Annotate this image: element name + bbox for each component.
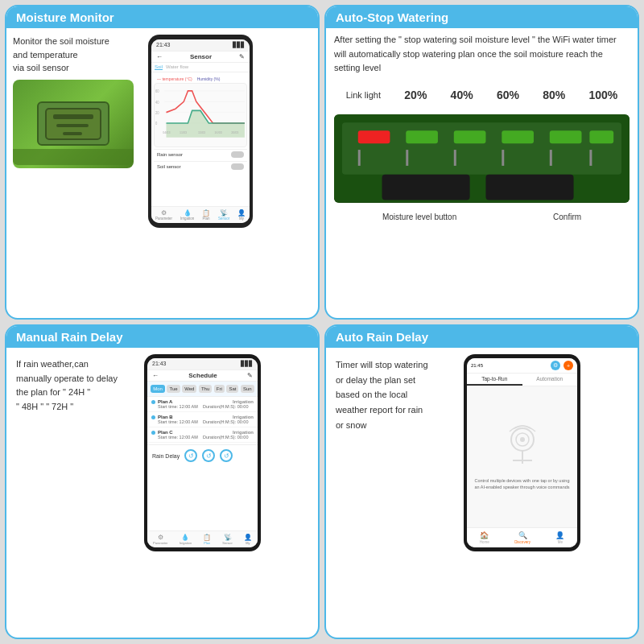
svg-rect-28 — [550, 150, 552, 166]
svg-rect-18 — [454, 130, 486, 143]
auto-stop-desc: After setting the " stop watering soil m… — [334, 33, 630, 76]
manual-left-panel: If rain weather,can manually operate to … — [13, 354, 138, 631]
day-sun[interactable]: Sun — [241, 385, 254, 393]
nav-plan[interactable]: 📋 Plan — [202, 209, 210, 221]
nav-parameter[interactable]: ⚙ Parameter — [155, 209, 172, 221]
sensor-image — [13, 80, 134, 168]
svg-text:20/03: 20/03 — [231, 131, 238, 134]
delay-48h-icon[interactable]: ↺ — [202, 449, 215, 462]
nav-sensor[interactable]: 📡 Sensor — [218, 209, 229, 221]
phone-nav-row: ← Sensor ✎ — [151, 52, 250, 63]
plan-a: Plan A Irrigation Start time: 12:00 AM D… — [147, 397, 258, 412]
schedule-phone-mockup: 21:43 ▊▊▊ ← Schedule ✎ Mon Tue Wed Thu F… — [144, 354, 261, 551]
rain-delay-row: Rain Delay ↺ ↺ ↺ — [147, 444, 258, 466]
sensor-phone-screen: 21:43 ▊▊▊ ← Sensor ✎ Soil Water flow — [151, 39, 250, 223]
day-fri[interactable]: Fri — [214, 385, 225, 393]
tab-tap-to-run[interactable]: Tap-to-Run — [467, 374, 522, 386]
moisture-monitor-body: Monitor the soil moisture and temperatur… — [6, 28, 318, 318]
delay-24h-icon[interactable]: ↺ — [184, 449, 197, 462]
auto-caption: Control multiple devices with one tap or… — [473, 478, 571, 490]
schedule-navbar: ⚙ Parameter 💧 Irrigation 📋 Plan 📡 — [147, 530, 258, 547]
auto-stop-header: Auto-Stop Watering — [326, 6, 638, 28]
soil-sensor-row: Soil sensor — [154, 161, 247, 171]
auto-rain-left-panel: Timer will stop watering or delay the pl… — [332, 354, 457, 436]
schedule-topbar: 21:43 ▊▊▊ — [147, 358, 258, 370]
nav-irrigation[interactable]: 💧 Irrigation — [180, 209, 195, 221]
moisture-desc: Monitor the soil moisture and temperatur… — [13, 35, 142, 75]
tab-automation[interactable]: Automation — [522, 374, 578, 386]
schedule-nav-my[interactable]: 👤 My — [244, 534, 252, 545]
auto-rain-body: Timer will stop watering or delay the pl… — [326, 348, 638, 638]
svg-rect-17 — [406, 130, 438, 143]
chart-area: 60 40 20 0 — [154, 83, 247, 147]
svg-text:11/03: 11/03 — [180, 131, 187, 134]
schedule-nav-parameter[interactable]: ⚙ Parameter — [153, 534, 168, 545]
svg-rect-16 — [358, 130, 390, 143]
svg-text:04/03: 04/03 — [163, 131, 170, 134]
me-label: Me — [558, 540, 563, 544]
sensor-tabs: Soil Water flow — [151, 63, 250, 72]
home-icon: 🏠 — [480, 531, 489, 539]
svg-rect-15 — [342, 122, 621, 174]
moisture-level-button-label: Moisture level button — [382, 213, 456, 221]
manual-rain-title: Manual Rain Delay — [16, 330, 123, 344]
auto-content-area: Control multiple devices with one tap or… — [467, 386, 577, 527]
svg-text:16/03: 16/03 — [215, 131, 222, 134]
phone-chart-area: — temperature (°C) Humidity (%) 60 40 20… — [151, 72, 250, 206]
home-label: Home — [480, 540, 489, 544]
svg-text:20: 20 — [155, 111, 159, 115]
auto-rain-title: Auto Rain Delay — [336, 330, 428, 344]
phone-navbar: ⚙ Parameter 💧 Irrigation 📋 Plan 📡 — [151, 206, 250, 223]
discovery-icon: 🔍 — [518, 531, 527, 539]
svg-text:40: 40 — [155, 100, 159, 104]
svg-rect-26 — [454, 150, 456, 166]
schedule-nav-sensor[interactable]: 📡 Sensor — [222, 534, 233, 545]
auto-topbar: 21:45 ⚙ + — [467, 358, 577, 374]
add-icon[interactable]: + — [564, 361, 573, 370]
auto-nav-me[interactable]: 👤 Me — [555, 531, 564, 544]
empty-state-illustration — [498, 423, 547, 472]
day-tue[interactable]: Tue — [167, 385, 180, 393]
auto-navbar: 🏠 Home 🔍 Discovery 👤 Me — [467, 527, 577, 547]
day-sat[interactable]: Sat — [226, 385, 238, 393]
days-row: Mon Tue Wed Thu Fri Sat Sun — [147, 382, 258, 397]
rain-delay-label: Rain Delay — [152, 453, 180, 459]
svg-rect-20 — [550, 130, 582, 143]
day-mon[interactable]: Mon — [151, 385, 165, 393]
auto-stop-body: After setting the " stop watering soil m… — [326, 28, 638, 318]
svg-point-32 — [520, 437, 525, 442]
plan-c: Plan C Irrigation Start time: 12:00 AM D… — [147, 427, 258, 443]
svg-rect-25 — [406, 150, 408, 166]
svg-text:0: 0 — [155, 122, 158, 126]
settings-icon[interactable]: ⚙ — [551, 361, 560, 370]
rain-sensor-toggle[interactable] — [231, 151, 244, 158]
auto-nav-discovery[interactable]: 🔍 Discovery — [514, 531, 530, 544]
moisture-left-panel: Monitor the soil moisture and temperatur… — [13, 35, 142, 312]
bottom-labels: Moisture level button Confirm — [334, 213, 630, 221]
schedule-nav-irrigation[interactable]: 💧 Irrigation — [180, 534, 192, 545]
sensor-phone-mockup: 21:43 ▊▊▊ ← Sensor ✎ Soil Water flow — [148, 35, 253, 228]
schedule-screen: 21:43 ▊▊▊ ← Schedule ✎ Mon Tue Wed Thu F… — [147, 358, 258, 547]
confirm-label: Confirm — [553, 213, 581, 221]
schedule-nav-plan[interactable]: 📋 Plan — [203, 534, 211, 545]
svg-rect-27 — [502, 150, 504, 166]
day-thu[interactable]: Thu — [199, 385, 212, 393]
schedule-nav-row: ← Schedule ✎ — [147, 370, 258, 382]
day-wed[interactable]: Wed — [182, 385, 196, 393]
nav-my[interactable]: 👤 My — [237, 209, 246, 221]
svg-rect-24 — [358, 150, 361, 166]
soil-sensor-toggle[interactable] — [231, 163, 244, 170]
auto-nav-home[interactable]: 🏠 Home — [480, 531, 489, 544]
link-light-label: Link light — [346, 90, 381, 100]
manual-desc: If rain weather,can manually operate to … — [13, 354, 138, 417]
delay-72h-icon[interactable]: ↺ — [220, 449, 233, 462]
auto-rain-header: Auto Rain Delay — [326, 326, 638, 348]
moisture-monitor-card: Moisture Monitor Monitor the soil moistu… — [5, 5, 320, 320]
chart-legend: — temperature (°C) Humidity (%) — [154, 75, 247, 83]
manual-rain-body: If rain weather,can manually operate to … — [6, 348, 318, 638]
moisture-monitor-title: Moisture Monitor — [16, 10, 114, 24]
svg-rect-21 — [589, 130, 613, 143]
auto-stop-title: Auto-Stop Watering — [336, 10, 448, 24]
levels-row: Link light 20% 40% 60% 80% 100% — [334, 89, 630, 101]
svg-text:15/03: 15/03 — [198, 131, 205, 134]
